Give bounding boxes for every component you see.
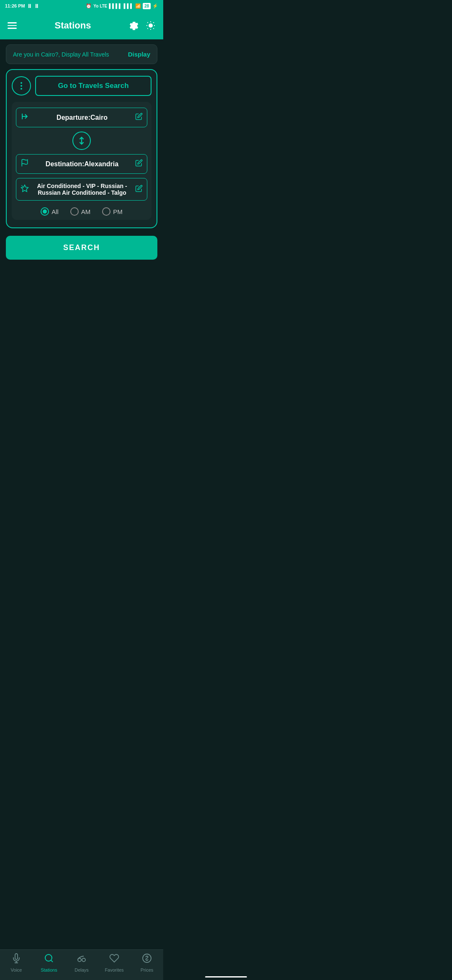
destination-edit-icon[interactable]: [135, 159, 143, 169]
time-radio-group: All AM PM: [16, 207, 147, 216]
departure-value: Departure:Cairo: [32, 114, 132, 121]
location-banner: Are you in Cairo?, Display All Travels D…: [6, 44, 157, 64]
train-type-icon: [21, 184, 29, 195]
radio-pm[interactable]: PM: [102, 207, 123, 216]
search-card: Go to Travels Search Departure:Cairo: [6, 69, 157, 228]
dot-1: [21, 82, 22, 84]
search-fields-container: Departure:Cairo: [12, 102, 152, 220]
charging-icon: ⚡: [152, 3, 158, 9]
media-icon: ⏸: [27, 3, 32, 9]
swap-button[interactable]: [72, 132, 91, 150]
dot-2: [21, 85, 22, 87]
wifi-icon: 📶: [135, 3, 141, 9]
departure-edit-icon[interactable]: [135, 113, 143, 122]
departure-icon: [21, 112, 29, 123]
destination-icon: [21, 159, 29, 169]
display-button[interactable]: Display: [128, 51, 150, 58]
signal-icon-2: ▌▌▌: [123, 3, 133, 8]
hamburger-line-2: [8, 25, 17, 26]
signal-icon: ▌▌▌▌: [109, 3, 122, 8]
media-icon-2: ⏸: [34, 3, 39, 9]
gear-icon: [129, 21, 139, 31]
lte-label: Yo LTE: [93, 4, 107, 8]
status-icons-area: ⏰ Yo LTE ▌▌▌▌ ▌▌▌ 📶 28 ⚡: [86, 3, 158, 9]
destination-field[interactable]: Destination:Alexandria: [16, 154, 147, 174]
radio-label-am: AM: [81, 208, 91, 215]
brightness-button[interactable]: [146, 21, 156, 31]
alarm-icon: ⏰: [86, 3, 92, 9]
radio-am[interactable]: AM: [70, 207, 91, 216]
settings-button[interactable]: [129, 21, 139, 31]
hamburger-line-1: [8, 22, 17, 23]
time-display: 11:26 PM: [5, 3, 25, 8]
departure-field[interactable]: Departure:Cairo: [16, 108, 147, 127]
go-travels-row: Go to Travels Search: [12, 76, 152, 96]
radio-circle-all: [41, 207, 49, 216]
train-type-field[interactable]: Air Conditioned - VIP - Russian - Russia…: [16, 178, 147, 201]
radio-all[interactable]: All: [41, 207, 59, 216]
status-time-area: 11:26 PM ⏸ ⏸: [5, 3, 39, 9]
radio-circle-am: [70, 207, 79, 216]
radio-label-all: All: [51, 208, 59, 215]
app-bar-actions: [129, 21, 156, 31]
menu-button[interactable]: [8, 22, 17, 29]
destination-value: Destination:Alexandria: [32, 160, 132, 168]
radio-inner-all: [43, 209, 47, 214]
hamburger-line-3: [8, 28, 17, 29]
banner-text: Are you in Cairo?, Display All Travels: [13, 51, 109, 58]
go-to-travels-button[interactable]: Go to Travels Search: [35, 76, 152, 96]
swap-row: [16, 127, 147, 154]
svg-line-6: [22, 185, 23, 186]
train-type-edit-icon[interactable]: [135, 185, 143, 194]
app-bar: Stations: [0, 12, 163, 39]
battery-display: 28: [143, 3, 151, 9]
radio-circle-pm: [102, 207, 110, 216]
status-bar: 11:26 PM ⏸ ⏸ ⏰ Yo LTE ▌▌▌▌ ▌▌▌ 📶 28 ⚡: [0, 0, 163, 12]
page-title: Stations: [55, 20, 91, 31]
search-button[interactable]: SEARCH: [6, 236, 157, 260]
radio-label-pm: PM: [113, 208, 123, 215]
svg-point-0: [149, 23, 153, 28]
train-type-value: Air Conditioned - VIP - Russian - Russia…: [32, 183, 132, 196]
dot-3: [21, 88, 22, 90]
more-options-button[interactable]: [12, 76, 31, 95]
brightness-icon: [146, 21, 156, 31]
